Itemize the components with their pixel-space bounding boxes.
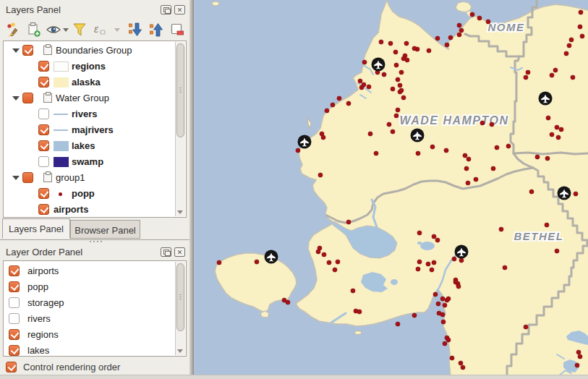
layer-checkbox[interactable] xyxy=(38,124,49,135)
left-dock: Layers Panel ✕ xyxy=(0,0,189,379)
tree-item-majrivers[interactable]: majrivers xyxy=(4,122,175,138)
airport-icon xyxy=(539,92,553,106)
group-icon xyxy=(43,93,52,103)
order-item-storagep[interactable]: storagep xyxy=(4,295,175,311)
layer-checkbox[interactable] xyxy=(9,329,20,340)
map-label-nome: NOME xyxy=(488,21,525,33)
window-bottom-edge xyxy=(0,375,588,379)
order-item-airports[interactable]: airports xyxy=(4,263,175,279)
layers-panel-window-buttons: ✕ xyxy=(161,5,185,14)
order-item-rivers[interactable]: rivers xyxy=(4,311,175,327)
line-symbol xyxy=(54,114,68,115)
layer-checkbox[interactable] xyxy=(9,313,20,324)
expander-icon[interactable] xyxy=(12,176,20,180)
dock-tabs: Layers Panel Browser Panel xyxy=(0,218,189,240)
layer-checkbox[interactable] xyxy=(38,156,49,167)
tree-item-alaska[interactable]: alaska xyxy=(4,74,175,90)
order-scrollbar[interactable] xyxy=(175,262,185,355)
tree-item-swamp[interactable]: swamp xyxy=(4,154,175,170)
tab-layers-panel[interactable]: Layers Panel xyxy=(2,218,70,239)
layer-checkbox[interactable] xyxy=(22,93,33,103)
remove-layer-icon[interactable] xyxy=(167,21,187,38)
airport-icon xyxy=(265,250,278,264)
dock-splitter-handle[interactable] xyxy=(90,241,102,242)
layer-checkbox[interactable] xyxy=(9,265,20,276)
layer-checkbox[interactable] xyxy=(9,297,20,308)
map-canvas[interactable]: NOME WADE HAMPTON BETHEL xyxy=(194,0,588,379)
airport-icon xyxy=(455,245,469,259)
order-scrollbar-thumb[interactable] xyxy=(176,263,184,331)
layer-checkbox[interactable] xyxy=(38,204,49,215)
collapse-all-icon[interactable] xyxy=(146,21,168,38)
expander-icon[interactable] xyxy=(12,48,20,53)
tree-item-airports[interactable]: airports xyxy=(4,202,175,218)
float-panel-icon[interactable] xyxy=(161,247,171,257)
close-panel-icon[interactable]: ✕ xyxy=(174,5,185,14)
tree-item-popp[interactable]: popp xyxy=(4,186,175,202)
expand-all-icon[interactable] xyxy=(124,21,146,38)
layer-checkbox[interactable] xyxy=(38,61,49,72)
tree-item-water-group[interactable]: Water Group xyxy=(4,90,175,106)
float-panel-icon[interactable] xyxy=(161,5,171,14)
airport-icon xyxy=(372,58,385,72)
tree-scrollbar-thumb[interactable] xyxy=(176,43,184,137)
layer-swatch xyxy=(54,141,69,151)
layer-checkbox[interactable] xyxy=(9,345,20,356)
order-item-popp[interactable]: popp xyxy=(4,279,175,295)
style-manager-icon[interactable] xyxy=(4,21,24,38)
order-item-regions[interactable]: regions xyxy=(4,327,175,343)
tab-browser-panel[interactable]: Browser Panel xyxy=(70,220,140,239)
order-item-lakes[interactable]: lakes xyxy=(4,343,175,359)
scroll-down-icon[interactable] xyxy=(177,349,183,353)
layer-order-list: airports popp storagep rivers regions la… xyxy=(3,260,187,357)
layer-checkbox[interactable] xyxy=(22,45,33,56)
tree-item-lakes[interactable]: lakes xyxy=(4,138,175,154)
layer-checkbox[interactable] xyxy=(9,281,20,292)
airport-icon xyxy=(558,187,571,200)
layer-tree: Boundaries Group regions alaska Water Gr… xyxy=(3,41,187,218)
islet xyxy=(212,1,219,6)
tree-scrollbar[interactable] xyxy=(175,42,185,216)
layer-checkbox[interactable] xyxy=(38,188,49,199)
group-icon xyxy=(43,46,52,55)
layer-swatch xyxy=(54,61,69,72)
layers-panel-title: Layers Panel xyxy=(6,4,61,15)
tree-item-boundaries-group[interactable]: Boundaries Group xyxy=(4,43,175,59)
tree-item-regions[interactable]: regions xyxy=(4,59,175,74)
tree-item-group1[interactable]: group1 xyxy=(4,170,175,186)
svg-text:ε: ε xyxy=(94,23,99,35)
layer-swatch xyxy=(54,77,69,88)
map-label-bethel: BETHEL xyxy=(514,230,564,242)
layer-checkbox[interactable] xyxy=(38,77,49,88)
manage-visibility-icon[interactable] xyxy=(44,21,69,38)
layer-checkbox[interactable] xyxy=(38,108,49,119)
group-icon xyxy=(43,173,52,182)
expander-icon[interactable] xyxy=(12,96,20,101)
layer-order-panel-title: Layer Order Panel xyxy=(6,247,82,257)
add-group-icon[interactable] xyxy=(24,21,45,38)
expression-filter-icon[interactable]: ε xyxy=(90,21,108,38)
line-symbol xyxy=(54,129,68,131)
layer-order-window-buttons: ✕ xyxy=(161,247,185,257)
control-rendering-checkbox[interactable] xyxy=(6,362,17,372)
control-rendering-order-row[interactable]: Control rendering order xyxy=(0,359,189,375)
airport-icon xyxy=(298,135,312,149)
layers-toolbar: ε xyxy=(4,20,187,39)
point-symbol xyxy=(59,192,62,196)
scroll-down-icon[interactable] xyxy=(177,210,183,214)
islet xyxy=(354,331,362,335)
close-panel-icon[interactable]: ✕ xyxy=(174,247,185,257)
layer-checkbox[interactable] xyxy=(38,140,49,151)
airport-icon xyxy=(411,129,425,142)
expression-filter-dropdown-icon[interactable] xyxy=(108,21,124,38)
layer-swatch xyxy=(54,157,69,167)
filter-legend-icon[interactable] xyxy=(69,21,90,38)
layer-checkbox[interactable] xyxy=(22,172,33,183)
tree-item-rivers[interactable]: rivers xyxy=(4,106,175,122)
